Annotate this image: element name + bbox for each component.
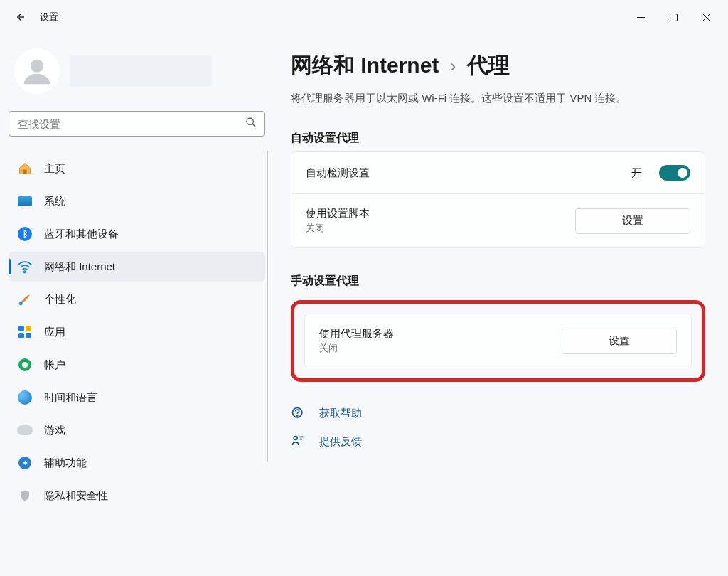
use-proxy-label: 使用代理服务器	[319, 327, 550, 341]
sidebar-item-personalization[interactable]: 个性化	[9, 284, 265, 314]
use-proxy-status: 关闭	[319, 342, 550, 355]
back-button[interactable]	[6, 3, 34, 31]
manual-proxy-section-title: 手动设置代理	[291, 274, 705, 289]
sidebar-item-gaming[interactable]: 游戏	[9, 415, 265, 445]
use-proxy-row: 使用代理服务器 关闭 设置	[305, 314, 691, 368]
search-input[interactable]	[9, 111, 265, 137]
svg-point-1	[31, 60, 43, 73]
page-subtitle: 将代理服务器用于以太网或 Wi-Fi 连接。这些设置不适用于 VPN 连接。	[291, 92, 705, 105]
sidebar-item-home[interactable]: 主页	[9, 154, 265, 183]
feedback-icon	[291, 434, 305, 449]
sidebar-item-label: 帐户	[44, 358, 65, 372]
sidebar-item-network[interactable]: 网络和 Internet	[9, 252, 265, 282]
sidebar: 主页 系统 ᛒ 蓝牙和其他设备 网络和 Internet 个性化 应用	[0, 34, 274, 576]
auto-proxy-card: 自动检测设置 开 使用设置脚本 关闭 设置	[291, 151, 705, 248]
breadcrumb-parent[interactable]: 网络和 Internet	[291, 51, 439, 80]
sidebar-item-label: 应用	[44, 326, 65, 339]
maximize-button[interactable]	[657, 3, 690, 31]
account-icon	[17, 357, 33, 373]
auto-detect-toggle[interactable]	[659, 165, 690, 181]
setup-script-label: 使用设置脚本	[306, 207, 564, 220]
chevron-right-icon: ›	[450, 56, 456, 76]
breadcrumb: 网络和 Internet › 代理	[291, 51, 705, 80]
manual-proxy-card: 使用代理服务器 关闭 设置	[304, 314, 692, 368]
bluetooth-icon: ᛒ	[17, 226, 33, 242]
system-icon	[17, 193, 33, 209]
sidebar-item-label: 辅助功能	[44, 457, 87, 470]
setup-script-status: 关闭	[306, 222, 564, 235]
sidebar-item-label: 时间和语言	[44, 391, 97, 405]
setup-script-row: 使用设置脚本 关闭 设置	[291, 193, 705, 247]
svg-point-2	[247, 118, 253, 124]
gamepad-icon	[17, 422, 33, 438]
highlighted-region: 使用代理服务器 关闭 设置	[291, 300, 705, 382]
profile-name-placeholder	[70, 55, 212, 87]
sidebar-item-label: 主页	[44, 162, 65, 176]
sidebar-item-label: 游戏	[44, 424, 65, 437]
app-title: 设置	[40, 11, 58, 23]
sidebar-item-label: 系统	[44, 195, 65, 208]
sidebar-item-accessibility[interactable]: ✦ 辅助功能	[9, 448, 265, 478]
use-proxy-settings-button[interactable]: 设置	[562, 329, 677, 354]
svg-point-7	[297, 415, 298, 416]
scrollbar[interactable]	[267, 151, 268, 462]
search-box[interactable]	[9, 111, 265, 137]
titlebar: 设置	[0, 0, 728, 34]
auto-detect-row[interactable]: 自动检测设置 开	[291, 152, 705, 193]
get-help-label: 获取帮助	[319, 407, 362, 420]
brush-icon	[17, 292, 33, 307]
footer-links: 获取帮助 提供反馈	[291, 406, 705, 449]
sidebar-item-system[interactable]: 系统	[9, 186, 265, 216]
sidebar-item-label: 蓝牙和其他设备	[44, 228, 119, 241]
nav: 主页 系统 ᛒ 蓝牙和其他设备 网络和 Internet 个性化 应用	[6, 151, 268, 576]
shield-icon	[17, 488, 33, 503]
setup-script-button[interactable]: 设置	[575, 208, 690, 234]
svg-rect-0	[670, 14, 677, 21]
sidebar-item-label: 个性化	[44, 293, 76, 306]
sidebar-item-apps[interactable]: 应用	[9, 317, 265, 347]
sidebar-item-bluetooth[interactable]: ᛒ 蓝牙和其他设备	[9, 219, 265, 249]
auto-detect-label: 自动检测设置	[306, 166, 620, 180]
home-icon	[17, 161, 33, 176]
profile-block[interactable]	[6, 34, 268, 111]
sidebar-item-label: 隐私和安全性	[44, 489, 108, 503]
arrow-left-icon	[14, 11, 26, 23]
content: 网络和 Internet › 代理 将代理服务器用于以太网或 Wi-Fi 连接。…	[274, 34, 728, 576]
close-button[interactable]	[690, 3, 722, 31]
sidebar-item-timelanguage[interactable]: 时间和语言	[9, 383, 265, 412]
auto-detect-state: 开	[631, 166, 642, 180]
get-help-link[interactable]: 获取帮助	[291, 406, 705, 420]
svg-point-5	[19, 302, 23, 305]
sidebar-item-label: 网络和 Internet	[44, 260, 115, 274]
wifi-icon	[17, 259, 33, 274]
svg-point-4	[24, 271, 26, 273]
svg-point-8	[294, 437, 297, 440]
give-feedback-link[interactable]: 提供反馈	[291, 434, 705, 449]
sidebar-item-privacy[interactable]: 隐私和安全性	[9, 481, 265, 511]
globe-clock-icon	[17, 390, 33, 405]
accessibility-icon: ✦	[17, 455, 33, 471]
sidebar-item-accounts[interactable]: 帐户	[9, 350, 265, 380]
avatar	[14, 48, 60, 94]
search-icon	[245, 117, 257, 131]
give-feedback-label: 提供反馈	[319, 435, 362, 449]
apps-icon	[17, 324, 33, 340]
help-icon	[291, 406, 305, 420]
breadcrumb-current: 代理	[467, 51, 510, 80]
minimize-button[interactable]	[624, 3, 657, 31]
svg-rect-3	[23, 170, 27, 174]
auto-proxy-section-title: 自动设置代理	[291, 131, 705, 146]
